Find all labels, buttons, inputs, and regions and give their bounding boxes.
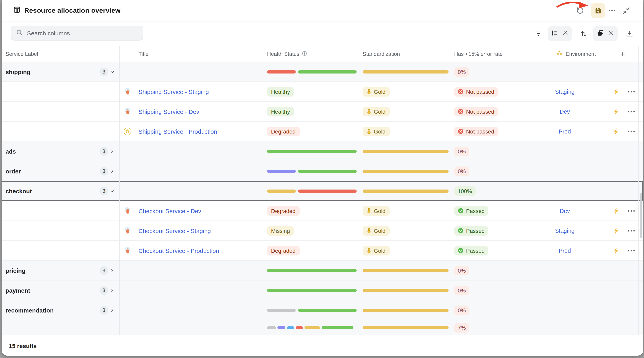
filter-button[interactable] (531, 27, 545, 40)
group-copy-icon[interactable] (597, 29, 604, 38)
service-title-link[interactable]: Checkout Service - Production (138, 247, 219, 254)
health-status-badge: Degraded (267, 246, 300, 255)
bolt-icon[interactable] (611, 108, 621, 115)
download-button[interactable] (622, 27, 636, 40)
summary-row[interactable]: 7% (2, 320, 643, 335)
service-row[interactable]: Shipping Service - ProductionDegradedGol… (2, 122, 643, 142)
standardization-bar (362, 189, 448, 192)
search-input[interactable] (26, 29, 138, 37)
bar-segment-gold (362, 309, 448, 312)
bar-segment-gold (362, 70, 448, 73)
chevron-right-icon[interactable] (110, 169, 115, 174)
bar-segment-blue (287, 326, 294, 329)
bolt-icon[interactable] (611, 207, 621, 214)
check-circle-icon (458, 208, 464, 214)
environment-link[interactable]: Staging (533, 227, 597, 234)
row-more-icon[interactable] (625, 229, 637, 232)
service-title-link[interactable]: Checkout Service - Dev (138, 207, 201, 214)
squid-icon (124, 227, 131, 235)
vertical-scrollbar[interactable] (640, 193, 642, 238)
standardization-badge: Gold (362, 127, 390, 136)
bolt-icon[interactable] (611, 128, 621, 135)
group-row-payment[interactable]: payment30% (2, 281, 643, 300)
count-badge: 3 (100, 147, 108, 156)
list-view-toggle[interactable] (548, 26, 572, 41)
bar-segment-green (298, 309, 357, 312)
undo-button[interactable] (573, 3, 588, 18)
clear-group-icon[interactable] (608, 30, 614, 37)
service-title-link[interactable]: Checkout Service - Staging (138, 227, 211, 234)
row-more-icon[interactable] (625, 130, 637, 133)
col-title[interactable]: Title (138, 51, 148, 57)
col-health-status[interactable]: Health Status (267, 50, 307, 57)
bolt-icon[interactable] (611, 247, 621, 254)
col-environment[interactable]: Environment (556, 50, 596, 58)
bolt-icon[interactable] (611, 227, 621, 234)
environment-link[interactable]: Prod (533, 128, 597, 135)
service-title-link[interactable]: Shipping Service - Dev (138, 108, 199, 115)
standardization-bar (362, 70, 448, 73)
service-row[interactable]: Checkout Service - DevDegradedGoldPassed… (2, 201, 643, 221)
environment-link[interactable]: Dev (533, 108, 597, 115)
service-row[interactable]: Checkout Service - StagingMissingGoldPas… (2, 221, 643, 241)
bar-segment-gray (267, 326, 276, 329)
chevron-right-icon[interactable] (110, 308, 115, 313)
col-standardization[interactable]: Standardization (362, 51, 400, 57)
service-title-link[interactable]: Shipping Service - Staging (138, 88, 209, 95)
count-badge: 3 (100, 67, 108, 76)
results-footer: 15 results (2, 335, 643, 356)
bar-segment-gold (362, 326, 448, 329)
group-copy-toggle[interactable] (593, 26, 618, 41)
environment-link[interactable]: Dev (533, 208, 597, 214)
info-icon[interactable] (302, 50, 307, 57)
service-row[interactable]: Shipping Service - DevHealthyGoldNot pas… (2, 102, 643, 122)
group-row-recommendation[interactable]: recommendation30% (2, 300, 643, 320)
bar-segment-gold (362, 189, 448, 192)
col-service-label[interactable]: Service Label (6, 51, 38, 57)
list-view-icon[interactable] (552, 29, 558, 38)
chevron-down-icon[interactable] (110, 69, 115, 74)
bolt-icon[interactable] (611, 88, 621, 95)
group-row-order[interactable]: order30% (2, 161, 643, 181)
more-button[interactable] (604, 3, 619, 18)
bar-segment-green (298, 170, 357, 173)
chevron-right-icon[interactable] (110, 268, 115, 273)
service-row[interactable]: Checkout Service - ProductionDegradedGol… (2, 241, 643, 261)
sort-button[interactable] (577, 27, 590, 40)
group-row-checkout[interactable]: checkout3100% (2, 181, 643, 201)
service-row[interactable]: Shipping Service - StagingHealthyGoldNot… (2, 82, 643, 102)
environment-link[interactable]: Prod (533, 247, 597, 254)
x-circle-icon (458, 108, 464, 114)
chevron-right-icon[interactable] (110, 288, 115, 293)
standardization-bar (362, 170, 448, 173)
medal-icon (366, 129, 371, 134)
health-status-bar (267, 309, 357, 312)
environment-link[interactable]: Staging (533, 88, 597, 95)
service-title-link[interactable]: Shipping Service - Production (138, 128, 217, 135)
error-rate-badge: Passed (454, 226, 488, 235)
group-row-shipping[interactable]: shipping30% (2, 62, 643, 82)
group-row-ads[interactable]: ads30% (2, 142, 643, 161)
row-more-icon[interactable] (625, 249, 637, 252)
collapse-button[interactable] (619, 3, 634, 18)
group-label: payment (6, 287, 30, 294)
chevron-right-icon[interactable] (110, 149, 115, 154)
health-status-bar (267, 150, 357, 153)
row-more-icon[interactable] (625, 90, 637, 93)
error-rate-badge: Not passed (454, 107, 498, 116)
clear-list-icon[interactable] (562, 30, 568, 37)
search-box[interactable] (11, 26, 143, 40)
group-row-pricing[interactable]: pricing30% (2, 261, 643, 281)
bar-segment-green (267, 150, 357, 153)
row-more-icon[interactable] (625, 210, 637, 212)
row-more-icon[interactable] (625, 110, 637, 113)
col-error-rate[interactable]: Has <15% error rate (454, 51, 503, 57)
count-badge: 3 (100, 186, 108, 195)
bar-segment-red (298, 189, 357, 192)
health-status-bar (267, 170, 357, 173)
error-rate-badge: 100% (454, 186, 476, 196)
add-column-button[interactable] (617, 51, 628, 57)
chevron-down-icon[interactable] (110, 188, 115, 193)
save-button[interactable] (591, 3, 606, 18)
group-label: checkout (6, 187, 32, 194)
